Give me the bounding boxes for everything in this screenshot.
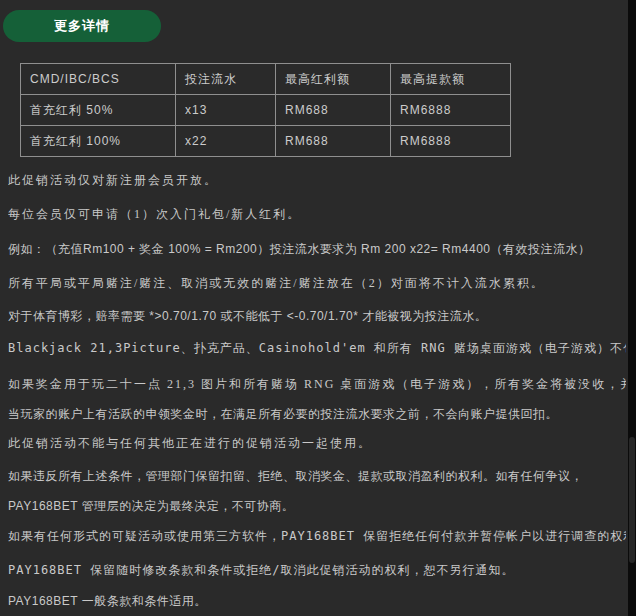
promo-terms-panel: 更多详情 CMD/IBC/BCS 投注流水 最高红利额 最高提款额 首充红利 5… [0,0,628,616]
term-paragraph: PAY168BET 保留随时修改条款和条件或拒绝/取消此促销活动的权利，恕不另行… [8,562,626,578]
term-paragraph: 例如：（充值Rm100 + 奖金 100% = Rm200）投注流水要求为 Rm… [8,241,626,257]
term-paragraph: 如果奖金用于玩二十一点 21,3 图片和所有赌场 RNG 桌面游戏（电子游戏），… [8,376,626,392]
table-row: 首充红利 50% x13 RM688 RM6888 [21,95,511,126]
scrollbar-thumb[interactable] [629,437,635,563]
table-cell: RM688 [276,95,391,126]
more-details-button[interactable]: 更多详情 [3,10,161,42]
term-paragraph: 对于体育博彩，赔率需要 *>0.70/1.70 或不能低于 <-0.70/1.7… [8,308,626,324]
table-header-cell: 最高提款额 [391,64,511,95]
table-cell: 首充红利 50% [21,95,176,126]
bonus-table: CMD/IBC/BCS 投注流水 最高红利额 最高提款额 首充红利 50% x1… [20,63,511,157]
term-paragraph: 如果有任何形式的可疑活动或使用第三方软件，PAY168BET 保留拒绝任何付款并… [8,528,626,544]
term-paragraph: PAY168BET 一般条款和条件适用。 [8,593,626,609]
table-cell: x22 [176,126,276,157]
scrollbar[interactable] [628,0,636,616]
table-cell: RM688 [276,126,391,157]
table-header-cell: 投注流水 [176,64,276,95]
table-header-cell: CMD/IBC/BCS [21,64,176,95]
table-row: 首充红利 100% x22 RM688 RM6888 [21,126,511,157]
term-paragraph: 所有平局或平局赌注/赌注、取消或无效的赌注/赌注放在（2）对面将不计入流水累积。 [8,275,626,291]
term-paragraph: 当玩家的账户上有活跃的申领奖金时，在满足所有必要的投注流水要求之前，不会向账户提… [8,406,626,422]
term-paragraph: 如果违反所有上述条件，管理部门保留扣留、拒绝、取消奖金、提款或取消盈利的权利。如… [8,461,626,521]
table-header-row: CMD/IBC/BCS 投注流水 最高红利额 最高提款额 [21,64,511,95]
table-cell: RM6888 [391,95,511,126]
term-paragraph: Blackjack 21,3Picture、扑克产品、Casinohold'em… [8,340,626,356]
table-cell: RM6888 [391,126,511,157]
term-paragraph: 此促销活动仅对新注册会员开放。 [8,172,626,188]
table-header-cell: 最高红利额 [276,64,391,95]
table-cell: x13 [176,95,276,126]
term-paragraph: 每位会员仅可申请（1）次入门礼包/新人红利。 [8,206,626,222]
term-paragraph: 此促销活动不能与任何其他正在进行的促销活动一起使用。 [8,435,626,451]
table-cell: 首充红利 100% [21,126,176,157]
